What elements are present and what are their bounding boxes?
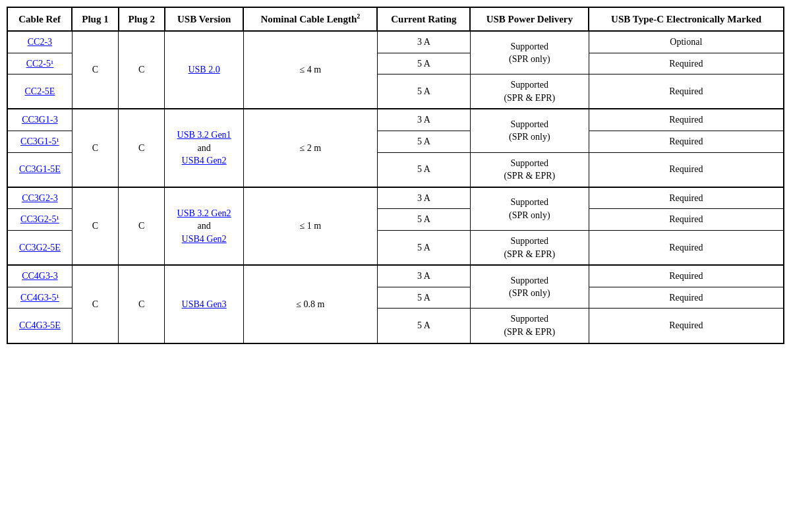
table-row: CC3G2-5¹	[7, 209, 72, 231]
current-rating-cell: 3 A	[377, 109, 470, 131]
table-row: CC2-3	[7, 31, 72, 53]
table-row: CC4G3-5E	[7, 309, 72, 343]
table-wrapper: Cable Ref Plug 1 Plug 2 USB Version Nomi…	[7, 7, 784, 344]
table-row: CC2-5E	[7, 74, 72, 109]
current-rating-cell: 5 A	[377, 74, 470, 109]
usb-version-cell: USB 3.2 Gen2andUSB4 Gen2	[165, 187, 243, 265]
usb-pd-cell: Supported(SPR only)	[470, 109, 589, 152]
ec-marked-cell: Required	[589, 230, 784, 265]
ec-marked-cell: Required	[589, 287, 784, 309]
plug1-cell: C	[72, 109, 118, 187]
table-row: CC2-5¹	[7, 53, 72, 74]
col-header-cable-ref: Cable Ref	[7, 7, 72, 31]
col-header-plug1: Plug 1	[72, 7, 118, 31]
table-row: CC3G2-3	[7, 187, 72, 209]
ec-marked-cell: Required	[589, 187, 784, 209]
col-header-ec-marked: USB Type-C Electronically Marked	[589, 7, 784, 31]
current-rating-cell: 5 A	[377, 230, 470, 265]
table-row: CC3G2-5E	[7, 230, 72, 265]
usb-pd-cell: Supported(SPR only)	[470, 265, 589, 309]
ec-marked-cell: Required	[589, 109, 784, 131]
cable-length-cell: ≤ 0.8 m	[243, 265, 377, 343]
plug2-cell: C	[119, 187, 165, 265]
current-rating-cell: 5 A	[377, 309, 470, 343]
usb-version-cell: USB 2.0	[165, 31, 243, 109]
usb-version-cell: USB4 Gen3	[165, 265, 243, 343]
current-rating-cell: 5 A	[377, 53, 470, 74]
col-header-usb-version: USB Version	[165, 7, 243, 31]
current-rating-cell: 5 A	[377, 131, 470, 152]
col-header-cable-length: Nominal Cable Length2	[243, 7, 377, 31]
table-row: CC4G3-3	[7, 265, 72, 287]
table-row: CC3G1-5¹	[7, 131, 72, 152]
usb-cables-table: Cable Ref Plug 1 Plug 2 USB Version Nomi…	[7, 7, 784, 344]
usb-pd-cell: Supported(SPR only)	[470, 31, 589, 74]
current-rating-cell: 5 A	[377, 209, 470, 231]
ec-marked-cell: Required	[589, 309, 784, 343]
current-rating-cell: 3 A	[377, 265, 470, 287]
usb-pd-cell-epr: Supported(SPR & EPR)	[470, 230, 589, 265]
usb-pd-cell-epr: Supported(SPR & EPR)	[470, 309, 589, 343]
current-rating-cell: 3 A	[377, 31, 470, 53]
usb-pd-cell: Supported(SPR only)	[470, 187, 589, 231]
plug2-cell: C	[119, 265, 165, 343]
cable-length-cell: ≤ 4 m	[243, 31, 377, 109]
ec-marked-cell: Required	[589, 74, 784, 109]
usb-version-cell: USB 3.2 Gen1andUSB4 Gen2	[165, 109, 243, 187]
current-rating-cell: 5 A	[377, 287, 470, 309]
current-rating-cell: 5 A	[377, 152, 470, 187]
ec-marked-cell: Required	[589, 265, 784, 287]
col-header-current-rating: Current Rating	[377, 7, 470, 31]
col-header-plug2: Plug 2	[119, 7, 165, 31]
ec-marked-cell: Required	[589, 152, 784, 187]
plug1-cell: C	[72, 265, 118, 343]
plug2-cell: C	[119, 31, 165, 109]
ec-marked-cell: Required	[589, 53, 784, 74]
current-rating-cell: 3 A	[377, 187, 470, 209]
usb-pd-cell-epr: Supported(SPR & EPR)	[470, 74, 589, 109]
plug1-cell: C	[72, 31, 118, 109]
table-row: CC3G1-5E	[7, 152, 72, 187]
cable-length-cell: ≤ 1 m	[243, 187, 377, 265]
col-header-usb-pd: USB Power Delivery	[470, 7, 589, 31]
ec-marked-cell: Required	[589, 131, 784, 152]
plug2-cell: C	[119, 109, 165, 187]
plug1-cell: C	[72, 187, 118, 265]
ec-marked-cell: Required	[589, 209, 784, 231]
ec-marked-cell: Optional	[589, 31, 784, 53]
cable-length-cell: ≤ 2 m	[243, 109, 377, 187]
usb-pd-cell-epr: Supported(SPR & EPR)	[470, 152, 589, 187]
table-row: CC3G1-3	[7, 109, 72, 131]
table-row: CC4G3-5¹	[7, 287, 72, 309]
